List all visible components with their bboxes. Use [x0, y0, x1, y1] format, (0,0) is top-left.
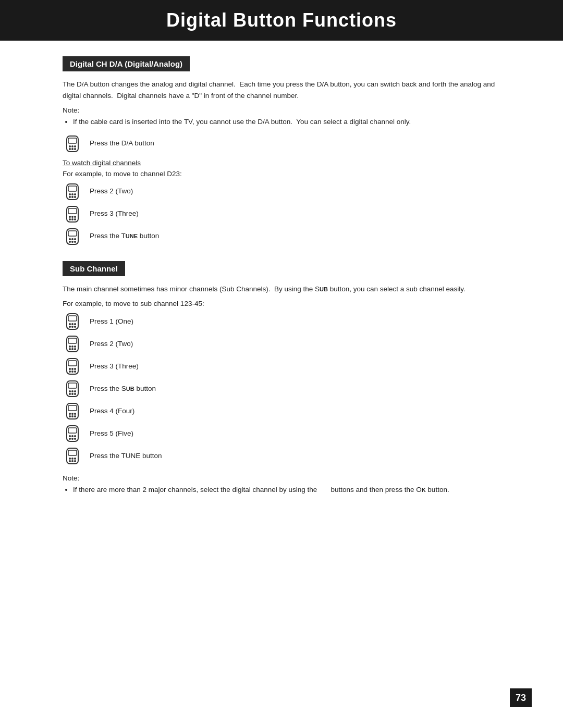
page-container: Digital Button Functions Digital CH D/A …: [0, 0, 563, 728]
svg-rect-73: [68, 428, 77, 433]
svg-point-30: [71, 241, 74, 243]
svg-point-84: [74, 458, 76, 460]
svg-point-37: [69, 326, 71, 328]
svg-point-63: [74, 393, 76, 395]
svg-point-19: [71, 216, 74, 218]
svg-point-31: [74, 241, 76, 243]
svg-point-12: [74, 193, 76, 195]
section1-example: For example, to move to channel D23:: [63, 170, 500, 178]
sub-step2-row: Press 2 (Two): [63, 334, 500, 354]
svg-point-51: [71, 368, 74, 370]
svg-point-7: [74, 148, 76, 150]
svg-point-70: [71, 415, 74, 417]
svg-point-26: [69, 238, 71, 240]
svg-point-60: [74, 390, 76, 392]
svg-point-21: [69, 218, 71, 220]
svg-point-43: [71, 346, 74, 348]
svg-point-18: [69, 216, 71, 218]
svg-point-20: [74, 216, 76, 218]
svg-point-10: [69, 193, 71, 195]
svg-point-58: [69, 390, 71, 392]
svg-point-15: [74, 196, 76, 198]
section2-example: For example, to move to sub channel 123-…: [63, 300, 500, 307]
sub-step1-label: Press 1 (One): [90, 317, 133, 327]
svg-point-53: [69, 371, 71, 373]
svg-point-61: [69, 393, 71, 395]
section2-note-bullets: If there are more than 2 major channels,…: [73, 484, 500, 496]
svg-point-46: [71, 348, 74, 350]
sub-step5-icon: [63, 424, 82, 443]
svg-point-52: [74, 368, 76, 370]
svg-point-87: [74, 460, 76, 462]
svg-point-68: [74, 413, 76, 415]
sub-step2-label: Press 2 (Two): [90, 339, 133, 349]
sub-step-sub-row: Press the Sub button: [63, 379, 500, 399]
sub-step1-row: Press 1 (One): [63, 312, 500, 331]
svg-point-71: [74, 415, 76, 417]
step-tune-row: Press the Tune button: [63, 227, 500, 246]
svg-point-29: [69, 241, 71, 243]
section1-note-label: Note:: [63, 106, 500, 114]
svg-rect-25: [68, 231, 77, 236]
svg-point-28: [74, 238, 76, 240]
svg-point-85: [69, 460, 71, 462]
section2-header: Sub Channel: [63, 261, 125, 276]
sub-step5-label: Press 5 (Five): [90, 429, 133, 439]
svg-point-5: [69, 148, 71, 150]
svg-point-14: [71, 196, 74, 198]
sub-step-tune-row: Press the TUNE button: [63, 446, 500, 466]
da-button-row: Press the D/A button: [63, 134, 500, 154]
sub-step4-label: Press 4 (Four): [90, 406, 134, 416]
svg-rect-33: [68, 316, 77, 321]
svg-point-4: [74, 145, 76, 147]
svg-rect-41: [68, 338, 77, 343]
svg-point-74: [69, 435, 71, 437]
svg-point-66: [69, 413, 71, 415]
svg-point-59: [71, 390, 74, 392]
svg-point-79: [74, 438, 76, 440]
svg-point-3: [71, 145, 74, 147]
step-press3-label: Press 3 (Three): [90, 209, 139, 219]
sub-step-tune-icon: [63, 446, 82, 466]
svg-point-23: [74, 218, 76, 220]
svg-point-82: [69, 458, 71, 460]
svg-point-38: [71, 326, 74, 328]
sub-step1-icon: [63, 312, 82, 331]
sub-step4-icon: [63, 401, 82, 421]
section1-bullets: If the cable card is inserted into the T…: [73, 116, 500, 128]
svg-rect-1: [68, 138, 77, 143]
svg-point-54: [71, 371, 74, 373]
title-bar: Digital Button Functions: [0, 0, 563, 41]
sub-step3-row: Press 3 (Three): [63, 356, 500, 376]
svg-point-6: [71, 148, 74, 150]
svg-point-62: [71, 393, 74, 395]
step-press3-icon: [63, 204, 82, 224]
sub-step3-icon: [63, 356, 82, 376]
svg-point-78: [71, 438, 74, 440]
svg-point-75: [71, 435, 74, 437]
svg-point-45: [69, 348, 71, 350]
step-tune-label: Press the Tune button: [90, 231, 159, 241]
page-number: 73: [510, 688, 532, 707]
svg-rect-57: [68, 383, 77, 388]
da-button-label: Press the D/A button: [90, 139, 154, 149]
section2-note-bullet-1: If there are more than 2 major channels,…: [73, 484, 500, 496]
section1-header: Digital CH D/A (Digital/Analog): [63, 56, 190, 71]
da-button-icon: [63, 134, 82, 154]
step-press3-row: Press 3 (Three): [63, 204, 500, 224]
svg-point-27: [71, 238, 74, 240]
svg-rect-9: [68, 186, 77, 191]
svg-rect-65: [68, 405, 77, 411]
svg-point-35: [71, 323, 74, 325]
section2-description: The main channel sometimes has minor cha…: [63, 283, 500, 295]
svg-rect-81: [68, 450, 77, 455]
svg-point-50: [69, 368, 71, 370]
svg-point-36: [74, 323, 76, 325]
section-sub-channel: Sub Channel The main channel sometimes h…: [63, 261, 500, 496]
svg-point-13: [69, 196, 71, 198]
content-area: Digital CH D/A (Digital/Analog) The D/A …: [0, 56, 563, 541]
step-press2-label: Press 2 (Two): [90, 187, 133, 196]
step-tune-icon: [63, 227, 82, 246]
section1-description: The D/A button changes the analog and di…: [63, 79, 500, 101]
svg-point-69: [69, 415, 71, 417]
